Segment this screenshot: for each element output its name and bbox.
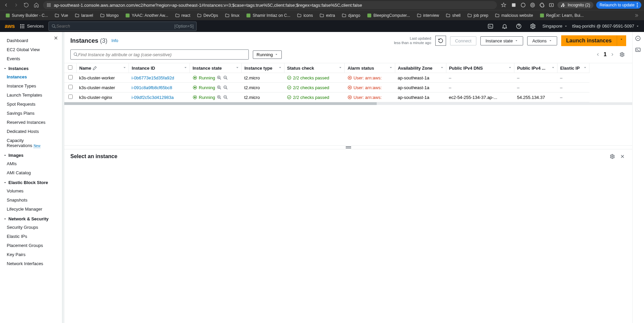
zoom-out-icon[interactable] — [223, 95, 228, 100]
services-menu[interactable]: Services — [20, 24, 44, 29]
bookmark-item[interactable]: icons — [294, 12, 315, 19]
column-filter-icon[interactable] — [338, 66, 342, 70]
instance-search[interactable] — [70, 49, 249, 60]
bookmark-item[interactable]: extra — [317, 12, 338, 19]
help-icon[interactable] — [514, 22, 523, 31]
bookmark-item[interactable]: Mongo — [97, 12, 122, 19]
extension-icon[interactable] — [529, 2, 536, 8]
sidebar-item[interactable]: Dashboard — [3, 36, 59, 45]
sidebar-item[interactable]: AMI Catalog — [3, 168, 59, 177]
browser-home-button[interactable] — [33, 2, 40, 8]
launch-instances-button[interactable]: Launch instances — [561, 35, 617, 46]
instance-search-input[interactable] — [78, 52, 246, 57]
column-filter-icon[interactable] — [583, 66, 587, 70]
zoom-out-icon[interactable] — [223, 85, 228, 90]
sidebar-item[interactable]: EC2 Global View — [3, 45, 59, 54]
aws-search-input[interactable] — [56, 24, 174, 29]
column-filter-icon[interactable] — [183, 66, 188, 70]
site-info-icon[interactable] — [46, 3, 51, 7]
sidebar-item[interactable]: AMIs — [3, 159, 59, 168]
column-filter-icon[interactable] — [440, 66, 444, 70]
column-filter-icon[interactable] — [508, 66, 512, 70]
column-header[interactable]: Elastic IP — [557, 63, 589, 73]
panel-resizer[interactable] — [64, 145, 632, 149]
column-header[interactable]: Public IPv4 ... — [514, 63, 557, 73]
sidebar-item[interactable]: Events — [3, 54, 59, 63]
bookmark-item[interactable]: Vue — [52, 12, 71, 19]
browser-back-button[interactable] — [3, 2, 9, 8]
column-header[interactable]: Availability Zone — [395, 63, 446, 73]
browser-url-bar[interactable]: ap-southeast-1.console.aws.amazon.com/ec… — [43, 1, 497, 9]
bookmark-item[interactable]: job prep — [465, 12, 491, 19]
connect-button[interactable]: Connect — [450, 36, 476, 45]
new-tab-icon[interactable] — [548, 2, 555, 8]
extensions-menu-icon[interactable] — [539, 2, 545, 8]
rail-cloudshell-icon[interactable] — [635, 47, 642, 53]
sidebar-item[interactable]: Placement Groups — [3, 241, 59, 250]
sidebar-item[interactable]: Capacity ReservationsNew — [3, 136, 59, 150]
cell-instance-id[interactable]: i-091c8a9fb8cf65bc8 — [129, 83, 190, 93]
bookmark-item[interactable]: react — [172, 12, 193, 19]
bookmarks-overflow[interactable] — [631, 11, 641, 20]
sidebar-group-header[interactable]: Instances — [3, 63, 59, 72]
sidebar-item[interactable]: Key Pairs — [3, 250, 59, 259]
column-header[interactable]: Instance state — [190, 63, 242, 73]
table-row[interactable]: k3s-cluster-masteri-091c8a9fb8cf65bc8Run… — [64, 83, 589, 93]
aws-logo[interactable]: aws — [5, 23, 15, 29]
pager-next[interactable] — [610, 52, 615, 57]
running-filter[interactable]: Running — [253, 50, 282, 59]
sidebar-item[interactable]: Launch Templates — [3, 91, 59, 100]
info-link[interactable]: Info — [111, 38, 118, 43]
settings-icon[interactable] — [528, 22, 538, 31]
row-checkbox[interactable] — [68, 95, 73, 99]
extension-icon[interactable] — [520, 2, 527, 8]
bookmark-item[interactable]: malicious website — [492, 12, 536, 19]
table-settings-button[interactable] — [618, 50, 626, 59]
cell-instance-id[interactable]: i-09df2c5c3d412983a — [129, 93, 190, 102]
browser-forward-button[interactable] — [13, 2, 20, 8]
sidebar-item[interactable]: Instance Types — [3, 81, 59, 91]
bookmark-item[interactable]: shell — [443, 12, 463, 19]
bookmark-item[interactable]: interview — [414, 12, 442, 19]
zoom-out-icon[interactable] — [223, 75, 228, 80]
sidebar-item[interactable]: Instances — [3, 72, 59, 81]
column-header[interactable]: Status check — [284, 63, 345, 73]
bookmark-item[interactable]: BleepingComputer... — [364, 12, 413, 19]
refresh-button[interactable] — [435, 36, 446, 46]
sidebar-item[interactable]: Elastic IPs — [3, 232, 59, 241]
column-filter-icon[interactable] — [551, 66, 555, 70]
actions-button[interactable]: Actions — [527, 36, 557, 45]
incognito-badge[interactable]: Incognito (2) — [557, 2, 594, 8]
sidebar-group-header[interactable]: Network & Security — [3, 214, 59, 223]
sidebar-item[interactable]: Snapshots — [3, 195, 59, 205]
column-header[interactable]: Public IPv4 DNS — [446, 63, 514, 73]
bookmark-item[interactable]: django — [339, 12, 363, 19]
star-icon[interactable] — [500, 2, 507, 8]
browser-reload-button[interactable] — [23, 2, 30, 8]
rail-info-icon[interactable] — [635, 35, 642, 42]
zoom-in-icon[interactable] — [217, 75, 222, 80]
table-row[interactable]: k3s-cluster-nginxi-09df2c5c3d412983aRunn… — [64, 93, 589, 102]
column-header[interactable]: Alarm status — [345, 63, 395, 73]
bookmark-item[interactable]: laravel — [72, 12, 96, 19]
column-header[interactable]: Instance ID — [129, 63, 190, 73]
notifications-icon[interactable] — [500, 22, 509, 31]
sidebar-item[interactable]: Lifecycle Manager — [3, 205, 59, 214]
launch-instances-dropdown[interactable] — [617, 35, 626, 46]
account-menu[interactable]: t9aq-poridhi @ 0607-9591-5097 — [572, 24, 640, 29]
table-row[interactable]: k3s-cluster-workeri-0b6773e15d35fa92dRun… — [64, 73, 589, 83]
sidebar-item[interactable]: Dedicated Hosts — [3, 127, 59, 136]
sidebar-item[interactable]: Volumes — [3, 186, 59, 195]
sidebar-item[interactable]: Spot Requests — [3, 100, 59, 109]
close-sidebar-button[interactable] — [53, 35, 59, 41]
details-close-button[interactable] — [619, 153, 626, 160]
table-hscroll[interactable] — [64, 102, 632, 105]
column-filter-icon[interactable] — [278, 66, 282, 70]
details-settings-button[interactable] — [609, 153, 616, 160]
pager-prev[interactable] — [596, 52, 600, 57]
cell-instance-id[interactable]: i-0b6773e15d35fa92d — [129, 73, 190, 83]
bookmark-item[interactable]: RegExr: Learn, Bui... — [537, 12, 586, 19]
sidebar-item[interactable]: Security Groups — [3, 223, 59, 232]
column-header[interactable]: Name — [76, 63, 129, 73]
bookmark-item[interactable]: Shamir Imtiaz on C... — [243, 12, 293, 19]
